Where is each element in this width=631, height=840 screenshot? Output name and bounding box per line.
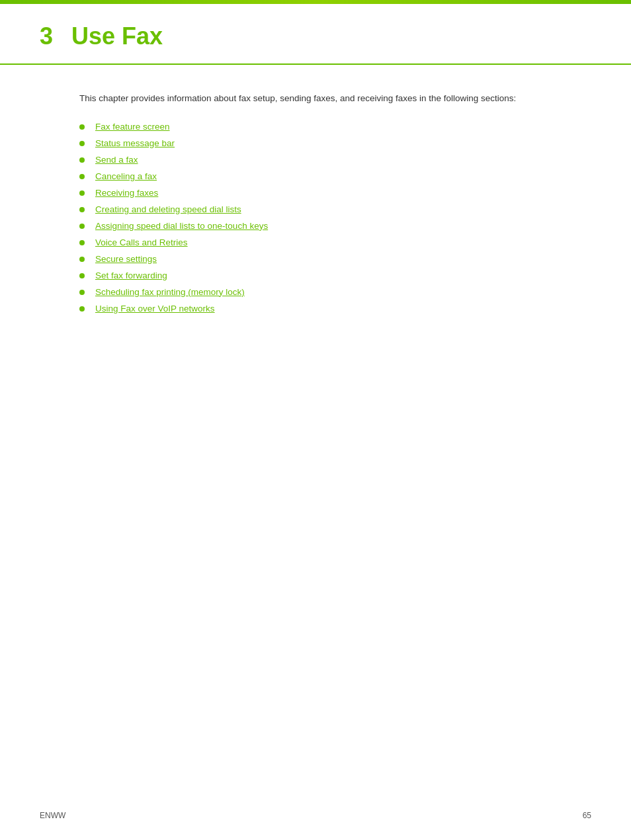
page-footer: ENWW 65 xyxy=(40,811,591,820)
toc-link-using-fax-voip[interactable]: Using Fax over VoIP networks xyxy=(95,304,215,314)
toc-link-receiving-faxes[interactable]: Receiving faxes xyxy=(95,188,158,198)
toc-link-assigning-speed-dial[interactable]: Assigning speed dial lists to one-touch … xyxy=(95,221,268,231)
bullet-dot-icon xyxy=(79,207,85,212)
toc-link-scheduling-fax-printing[interactable]: Scheduling fax printing (memory lock) xyxy=(95,287,245,297)
bullet-dot-icon xyxy=(79,124,85,130)
bullet-dot-icon xyxy=(79,224,85,229)
list-item: Creating and deleting speed dial lists xyxy=(79,204,552,214)
toc-link-voice-calls-retries[interactable]: Voice Calls and Retries xyxy=(95,237,188,247)
list-item: Set fax forwarding xyxy=(79,271,552,280)
list-item: Assigning speed dial lists to one-touch … xyxy=(79,221,552,231)
list-item: Secure settings xyxy=(79,254,552,264)
bullet-dot-icon xyxy=(79,290,85,295)
footer-left-text: ENWW xyxy=(40,811,65,820)
list-item: Fax feature screen xyxy=(79,122,552,132)
toc-link-fax-feature-screen[interactable]: Fax feature screen xyxy=(95,122,170,132)
list-item: Voice Calls and Retries xyxy=(79,237,552,247)
list-item: Scheduling fax printing (memory lock) xyxy=(79,287,552,297)
bullet-dot-icon xyxy=(79,174,85,179)
list-item: Status message bar xyxy=(79,138,552,148)
bullet-dot-icon xyxy=(79,257,85,262)
intro-paragraph: This chapter provides information about … xyxy=(79,91,552,106)
list-item: Send a fax xyxy=(79,155,552,165)
toc-link-send-a-fax[interactable]: Send a fax xyxy=(95,155,138,165)
chapter-title: Use Fax xyxy=(71,22,163,50)
main-content: This chapter provides information about … xyxy=(0,65,631,360)
toc-link-status-message-bar[interactable]: Status message bar xyxy=(95,138,175,148)
toc-link-creating-deleting-speed-dial[interactable]: Creating and deleting speed dial lists xyxy=(95,204,241,214)
toc-list: Fax feature screenStatus message barSend… xyxy=(79,122,552,314)
bullet-dot-icon xyxy=(79,306,85,312)
chapter-header: 3 Use Fax xyxy=(0,4,631,65)
bullet-dot-icon xyxy=(79,141,85,146)
toc-link-set-fax-forwarding[interactable]: Set fax forwarding xyxy=(95,271,167,280)
bullet-dot-icon xyxy=(79,190,85,196)
list-item: Receiving faxes xyxy=(79,188,552,198)
list-item: Using Fax over VoIP networks xyxy=(79,304,552,314)
footer-right-text: 65 xyxy=(583,811,591,820)
bullet-dot-icon xyxy=(79,157,85,163)
list-item: Canceling a fax xyxy=(79,171,552,181)
bullet-dot-icon xyxy=(79,273,85,278)
page-container: 3 Use Fax This chapter provides informat… xyxy=(0,0,631,840)
toc-link-canceling-a-fax[interactable]: Canceling a fax xyxy=(95,171,157,181)
toc-link-secure-settings[interactable]: Secure settings xyxy=(95,254,157,264)
chapter-number: 3 xyxy=(40,22,53,50)
bullet-dot-icon xyxy=(79,240,85,245)
